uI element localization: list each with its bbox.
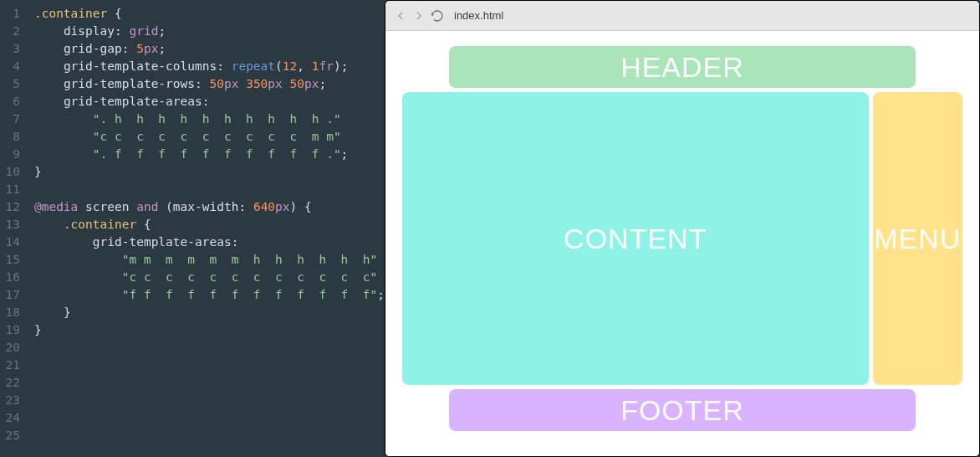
header-box: HEADER [449,46,916,88]
line-number: 14 [0,234,20,251]
line-number: 10 [0,163,20,181]
line-number: 22 [0,374,20,392]
code-line: display: grid; [34,23,385,40]
code-line: } [34,163,385,181]
line-number: 11 [0,181,20,198]
code-line: ". h h h h h h h h h h ." [34,110,385,128]
line-number: 6 [0,93,20,110]
code-line: grid-template-columns: repeat(12, 1fr); [34,58,385,75]
code-line: "c c c c c c c c c c m m" [34,128,385,146]
line-number: 12 [0,198,20,216]
code-line: ". f f f f f f f f f f ."; [34,146,385,163]
menu-box: MENU [873,92,963,385]
line-number-gutter: 1234567891011121314151617181920212223242… [0,5,28,457]
line-number: 3 [0,40,20,58]
grid-container: HEADER CONTENT MENU FOOTER [402,46,962,441]
line-number: 24 [0,409,20,427]
line-number: 18 [0,304,20,321]
line-number: 16 [0,269,20,286]
code-line [34,392,385,409]
code-line: "m m m m m m h h h h h h" [34,251,385,269]
code-editor[interactable]: 1234567891011121314151617181920212223242… [0,0,385,457]
url-text: index.html [454,9,503,22]
line-number: 23 [0,392,20,409]
code-line: grid-template-areas: [34,93,385,110]
code-line [34,409,385,427]
line-number: 17 [0,286,20,304]
back-icon[interactable] [394,9,407,23]
code-line: .container { [34,5,385,23]
content-box: CONTENT [402,92,869,385]
code-line: "c c c c c c c c c c c c" [34,269,385,286]
line-number: 5 [0,75,20,93]
code-line: grid-template-rows: 50px 350px 50px; [34,75,385,93]
browser-preview: index.html HEADER CONTENT MENU FOOTER [385,0,980,457]
line-number: 25 [0,427,20,444]
line-number: 4 [0,58,20,75]
code-area[interactable]: .container { display: grid; grid-gap: 5p… [28,5,385,457]
browser-toolbar: index.html [385,1,979,31]
code-line: } [34,321,385,339]
code-line: } [34,304,385,321]
line-number: 15 [0,251,20,269]
preview-viewport: HEADER CONTENT MENU FOOTER [385,31,979,456]
line-number: 20 [0,339,20,357]
code-line: "f f f f f f f f f f f f"; [34,286,385,304]
code-line: @media screen and (max-width: 640px) { [34,198,385,216]
code-line [34,339,385,357]
line-number: 13 [0,216,20,234]
line-number: 9 [0,146,20,163]
footer-box: FOOTER [449,389,916,431]
line-number: 21 [0,357,20,374]
line-number: 8 [0,128,20,146]
line-number: 1 [0,5,20,23]
line-number: 7 [0,110,20,128]
code-line: grid-template-areas: [34,234,385,251]
forward-icon[interactable] [412,9,426,23]
line-number: 2 [0,23,20,40]
code-line [34,181,385,198]
line-number: 19 [0,321,20,339]
refresh-icon[interactable] [431,9,444,23]
code-line: .container { [34,216,385,234]
code-line [34,427,385,444]
code-line: grid-gap: 5px; [34,40,385,58]
code-line [34,357,385,374]
code-line [34,374,385,392]
